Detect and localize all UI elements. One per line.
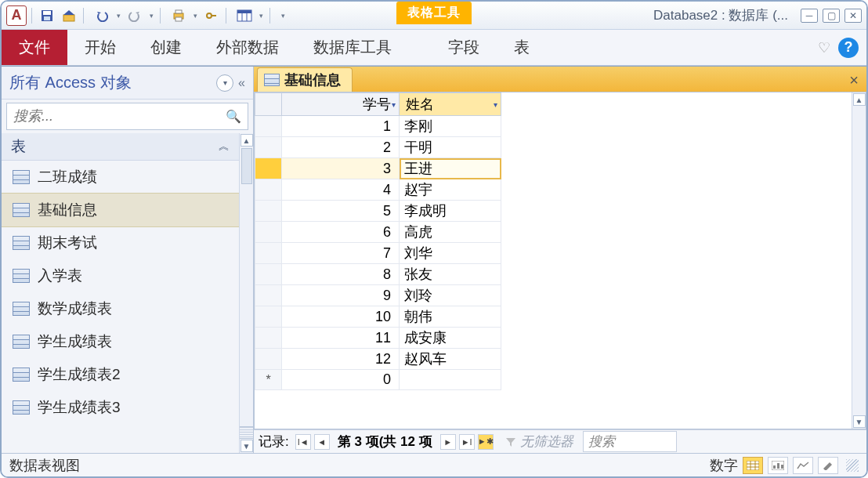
cell-id[interactable]: 1 <box>282 116 400 137</box>
new-row[interactable]: *0 <box>255 370 501 390</box>
maximize-button[interactable]: ▢ <box>823 9 840 23</box>
row-selector[interactable] <box>255 285 282 306</box>
nav-item[interactable]: 学生成绩表2 <box>2 358 239 391</box>
row-selector[interactable] <box>255 264 282 285</box>
cell-id[interactable]: 7 <box>282 243 400 264</box>
help-button[interactable]: ? <box>838 38 859 58</box>
cell-name[interactable]: 成安康 <box>400 328 501 349</box>
cell-id[interactable]: 2 <box>282 137 400 158</box>
minimize-button[interactable]: ─ <box>801 9 818 23</box>
table-row[interactable]: 7刘华 <box>255 243 501 264</box>
row-selector[interactable] <box>255 179 282 201</box>
cell-id[interactable]: 12 <box>282 349 400 370</box>
row-selector[interactable] <box>255 306 282 328</box>
row-selector[interactable] <box>255 349 282 370</box>
cell-name[interactable]: 朝伟 <box>400 306 501 328</box>
save-icon[interactable] <box>38 6 56 25</box>
row-selector[interactable] <box>255 137 282 158</box>
table-row[interactable]: 5李成明 <box>255 201 501 222</box>
view-pivotchart-button[interactable] <box>793 457 813 474</box>
scroll-thumb[interactable] <box>241 148 252 184</box>
cell-name[interactable]: 刘玲 <box>400 285 501 306</box>
object-icon[interactable] <box>60 6 78 25</box>
resize-grip-icon[interactable] <box>846 459 859 472</box>
cell-name[interactable]: 干明 <box>400 137 501 158</box>
nav-item[interactable]: 数学成绩表 <box>2 292 239 325</box>
search-icon[interactable]: 🔍 <box>226 109 241 124</box>
nav-group-tables[interactable]: 表 ︽ <box>2 133 239 161</box>
view-pivot-button[interactable] <box>768 457 788 474</box>
grid-scroll-down-icon[interactable]: ▼ <box>853 415 866 428</box>
cell-name[interactable]: 王进 <box>400 158 501 179</box>
cell-name[interactable]: 赵宇 <box>400 179 501 201</box>
nav-item[interactable]: 学生成绩表 <box>2 325 239 358</box>
scroll-grip[interactable] <box>240 426 253 439</box>
table-row[interactable]: 9刘玲 <box>255 285 501 306</box>
nav-search-input[interactable] <box>13 108 226 125</box>
dropdown-icon[interactable]: ▾ <box>392 100 396 109</box>
recnav-first-button[interactable]: I◄ <box>295 434 311 450</box>
row-selector[interactable] <box>255 116 282 137</box>
recnav-search[interactable]: 搜索 <box>583 431 677 452</box>
close-button[interactable]: ✕ <box>844 9 862 23</box>
tab-home[interactable]: 开始 <box>67 30 133 65</box>
print-icon[interactable] <box>169 6 188 25</box>
nav-collapse-button[interactable]: « <box>238 76 245 90</box>
tab-create[interactable]: 创建 <box>133 30 199 65</box>
undo-dropdown[interactable]: ▾ <box>114 12 122 20</box>
recnav-last-button[interactable]: ►I <box>459 434 475 450</box>
redo-dropdown[interactable]: ▾ <box>147 12 155 20</box>
dropdown-icon[interactable]: ▾ <box>494 100 497 109</box>
print-dropdown[interactable]: ▾ <box>191 12 199 20</box>
recnav-next-button[interactable]: ► <box>440 434 456 450</box>
cell-id[interactable]: 4 <box>282 179 400 201</box>
row-selector[interactable] <box>255 158 282 179</box>
recnav-prev-button[interactable]: ◄ <box>314 434 330 450</box>
nav-item[interactable]: 基础信息 <box>2 194 239 226</box>
row-selector[interactable] <box>255 243 282 264</box>
favorite-icon[interactable]: ♡ <box>818 39 830 56</box>
nav-menu-dropdown[interactable]: ▾ <box>216 74 233 92</box>
table-row[interactable]: 6高虎 <box>255 222 501 243</box>
row-selector[interactable] <box>255 222 282 243</box>
cell-name[interactable]: 刘华 <box>400 243 501 264</box>
scroll-down-icon[interactable]: ▼ <box>241 440 253 452</box>
nav-scrollbar[interactable]: ▲ ▼ <box>239 133 253 453</box>
key-icon[interactable] <box>202 6 221 25</box>
table-row[interactable]: 10朝伟 <box>255 306 501 328</box>
recnav-filter[interactable]: 无筛选器 <box>505 433 573 451</box>
table-row[interactable]: 1李刚 <box>255 116 501 137</box>
nav-item[interactable]: 二班成绩 <box>2 161 239 194</box>
cell-name[interactable] <box>400 370 501 390</box>
table-row[interactable]: 3王进 <box>255 158 501 179</box>
document-close-button[interactable]: × <box>849 71 859 89</box>
column-header-id[interactable]: 学号▾ <box>282 93 400 116</box>
cell-id[interactable]: 6 <box>282 222 400 243</box>
view-design-button[interactable] <box>818 457 838 474</box>
rowhead-corner[interactable] <box>255 93 282 116</box>
table-row[interactable]: 4赵宇 <box>255 179 501 201</box>
table-row[interactable]: 12赵风车 <box>255 349 501 370</box>
tab-file[interactable]: 文件 <box>2 30 67 65</box>
view-datasheet-button[interactable] <box>743 457 763 474</box>
cell-id[interactable]: 3 <box>282 158 400 179</box>
document-tab[interactable]: 基础信息 <box>257 67 353 92</box>
nav-item[interactable]: 学生成绩表3 <box>2 391 239 424</box>
nav-item[interactable]: 期末考试 <box>2 226 239 259</box>
row-selector[interactable] <box>255 201 282 222</box>
grid-scroll-up-icon[interactable]: ▲ <box>853 93 866 106</box>
row-selector[interactable] <box>255 328 282 349</box>
cell-id[interactable]: 11 <box>282 328 400 349</box>
cell-name[interactable]: 高虎 <box>400 222 501 243</box>
nav-item[interactable]: 入学表 <box>2 259 239 292</box>
grid-scrollbar[interactable]: ▲ ▼ <box>852 92 866 429</box>
datasheet-icon[interactable] <box>235 6 254 25</box>
tab-fields[interactable]: 字段 <box>431 30 497 65</box>
table-row[interactable]: 2干明 <box>255 137 501 158</box>
qat-customize-dropdown[interactable]: ▾ <box>279 12 287 20</box>
tab-table[interactable]: 表 <box>497 30 547 65</box>
cell-name[interactable]: 张友 <box>400 264 501 285</box>
cell-name[interactable]: 李成明 <box>400 201 501 222</box>
undo-icon[interactable] <box>92 6 111 25</box>
view-dropdown[interactable]: ▾ <box>257 12 265 20</box>
